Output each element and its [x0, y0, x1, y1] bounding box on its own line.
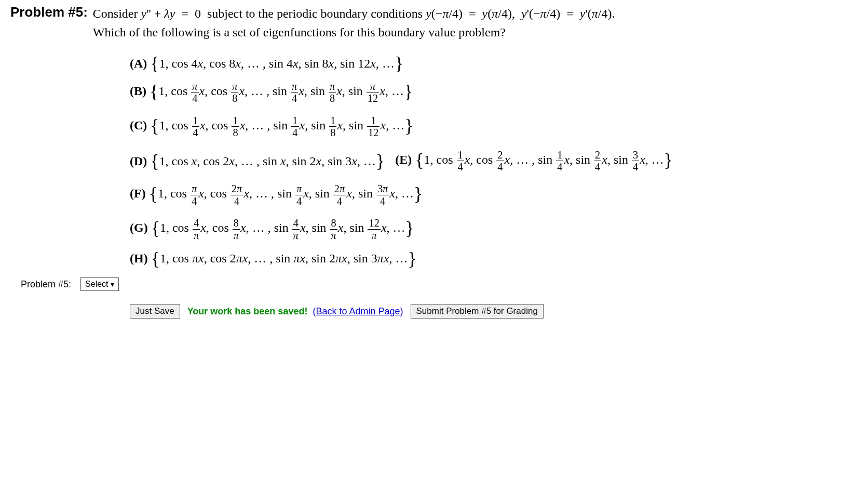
problem-text-1: Consider	[93, 7, 141, 20]
option-d: (D) {1, cos x, cos 2x, … , sin x, sin 2x…	[130, 155, 385, 167]
answer-select[interactable]: Select	[80, 277, 118, 291]
just-save-button[interactable]: Just Save	[130, 304, 180, 319]
option-h-label: (H)	[130, 251, 148, 265]
option-b: (B) {1, cos π4x, cos π8x, … , sin π4x, s…	[130, 81, 413, 104]
option-c-label: (C)	[130, 118, 147, 132]
answer-row: Problem #5: Select	[21, 277, 858, 291]
option-c: (C) {1, cos 14x, cos 18x, … , sin 14x, s…	[130, 115, 413, 138]
saved-message: Your work has been saved!	[187, 306, 308, 316]
problem-statement: Consider y'' + λy = 0 subject to the per…	[93, 4, 615, 42]
option-f: (F) {1, cos π4x, cos 2π4x, … , sin π4x, …	[130, 183, 423, 206]
option-g-label: (G)	[130, 221, 148, 235]
option-f-label: (F)	[130, 187, 146, 201]
option-a: (A) {1, cos 4x, cos 8x, … , sin 4x, sin …	[130, 57, 403, 70]
option-d-label: (D)	[130, 154, 147, 168]
answer-problem-label: Problem #5:	[21, 279, 71, 290]
answer-select-text: Select	[85, 280, 108, 289]
option-h: (H) {1, cos πx, cos 2πx, … , sin πx, sin…	[130, 252, 417, 264]
submit-for-grading-button[interactable]: Submit Problem #5 for Grading	[411, 304, 544, 319]
options-list: (A) {1, cos 4x, cos 8x, … , sin 4x, sin …	[130, 57, 858, 264]
problem-header: Problem #5: Consider y'' + λy = 0 subjec…	[10, 4, 858, 42]
button-row: Just Save Your work has been saved! (Bac…	[130, 304, 858, 319]
option-e-label: (E)	[395, 153, 412, 166]
problem-text-2: subject to the periodic boundary conditi…	[207, 7, 426, 20]
back-to-admin-link[interactable]: (Back to Admin Page)	[313, 306, 403, 316]
option-e: (E) {1, cos 14x, cos 24x, … , sin 14x, s…	[395, 150, 673, 173]
problem-number-label: Problem #5:	[10, 4, 88, 20]
option-g: (G) {1, cos 4πx, cos 8πx, … , sin 4πx, s…	[130, 218, 414, 241]
option-a-label: (A)	[130, 57, 147, 70]
option-b-label: (B)	[130, 84, 146, 98]
problem-text-3: Which of the following is a set of eigen…	[93, 25, 506, 39]
